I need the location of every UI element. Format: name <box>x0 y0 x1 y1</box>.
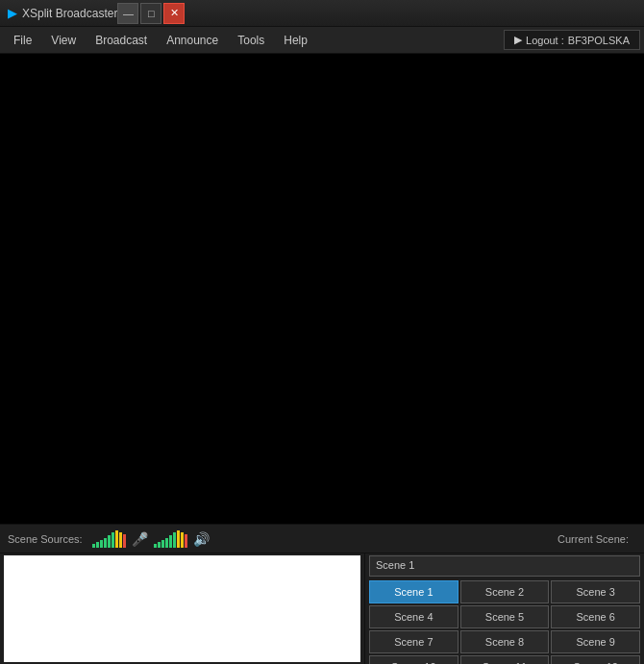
logout-icon: ▶ <box>514 34 522 46</box>
logout-user: BF3POLSKA <box>568 35 630 46</box>
scene-button-10[interactable]: Scene 10 <box>369 655 458 664</box>
scenes-grid: Scene 1Scene 2Scene 3Scene 4Scene 5Scene… <box>365 578 644 664</box>
meter-bar-r9 <box>185 534 187 548</box>
menu-announce[interactable]: Announce <box>157 30 228 51</box>
meter-bar-r5 <box>169 535 172 548</box>
scene-button-5[interactable]: Scene 5 <box>460 605 550 628</box>
meter-bar-r6 <box>173 532 176 548</box>
menu-help[interactable]: Help <box>274 30 317 51</box>
logout-prefix: Logout : <box>526 35 564 46</box>
menu-file[interactable]: File <box>4 30 41 51</box>
meter-row: Scene Sources: 🎤 <box>0 525 644 553</box>
meter-bar-r3 <box>161 540 164 548</box>
title-text: XSplit Broadcaster <box>22 7 117 20</box>
scene-button-7[interactable]: Scene 7 <box>369 630 458 653</box>
current-scene-display: Scene 1 <box>369 555 640 577</box>
maximize-button[interactable]: □ <box>140 3 161 24</box>
meter-bar-8 <box>119 532 122 548</box>
meter-bar-3 <box>100 540 103 548</box>
scene-button-6[interactable]: Scene 6 <box>551 605 640 628</box>
menu-broadcast[interactable]: Broadcast <box>86 30 157 51</box>
menu-tools[interactable]: Tools <box>228 30 274 51</box>
scene-button-12[interactable]: Scene 12 <box>551 655 640 664</box>
meter-bar-r4 <box>165 538 168 548</box>
meter-bar-r2 <box>158 542 161 548</box>
right-meter <box>154 530 187 548</box>
logout-button[interactable]: ▶ Logout : BF3POLSKA <box>504 30 640 50</box>
scene-button-9[interactable]: Scene 9 <box>551 630 640 653</box>
minimize-button[interactable]: — <box>117 3 138 24</box>
left-meter <box>92 530 126 548</box>
menu-view[interactable]: View <box>41 30 86 51</box>
title-controls: — □ ✕ <box>117 3 185 24</box>
meter-bar-1 <box>92 544 95 548</box>
scene-sources-label: Scene Sources: <box>8 533 83 545</box>
current-scene-label: Current Scene: <box>557 533 629 545</box>
meter-bar-4 <box>104 538 107 548</box>
scene-button-4[interactable]: Scene 4 <box>369 605 458 628</box>
meter-bar-r8 <box>181 532 184 548</box>
microphone-icon[interactable]: 🎤 <box>132 531 148 547</box>
meter-bar-r7 <box>177 530 180 548</box>
scenes-panel: Scene 1 Scene 1Scene 2Scene 3Scene 4Scen… <box>365 553 644 664</box>
title-bar: ▶ XSplit Broadcaster — □ ✕ <box>0 0 644 27</box>
meter-bar-9 <box>123 534 126 548</box>
app-icon: ▶ <box>8 6 17 20</box>
menu-bar: File View Broadcast Announce Tools Help … <box>0 27 644 54</box>
scene-button-1[interactable]: Scene 1 <box>369 580 458 603</box>
meter-bar-5 <box>108 535 111 548</box>
bottom-controls: Scene Sources: 🎤 <box>0 525 644 664</box>
scene-button-2[interactable]: Scene 2 <box>460 580 550 603</box>
sources-list <box>4 555 360 662</box>
sources-scenes: Add ▼ Remove Settings ▲ ▼ Scene 1 Scene … <box>0 553 644 664</box>
meter-bar-r1 <box>154 544 157 548</box>
meter-bar-7 <box>115 530 118 548</box>
meter-bar-6 <box>111 532 114 548</box>
close-button[interactable]: ✕ <box>163 3 185 24</box>
scene-button-8[interactable]: Scene 8 <box>460 630 550 653</box>
scene-button-11[interactable]: Scene 11 <box>460 655 550 664</box>
scene-button-3[interactable]: Scene 3 <box>551 580 640 603</box>
preview-area <box>0 54 644 525</box>
meter-bar-2 <box>96 542 99 548</box>
sources-panel: Add ▼ Remove Settings ▲ ▼ <box>0 553 365 664</box>
speaker-icon[interactable]: 🔊 <box>193 531 210 547</box>
